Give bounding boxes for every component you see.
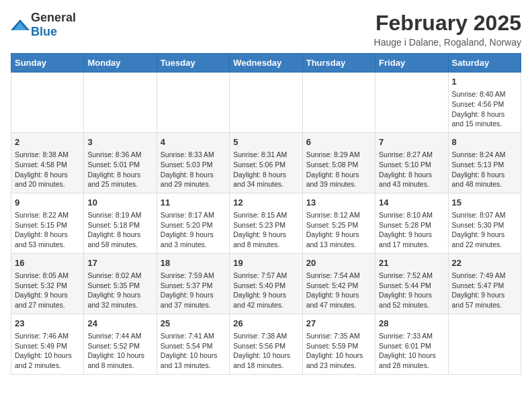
logo-general: General: [31, 11, 76, 24]
day-number: 20: [306, 257, 371, 269]
day-number: 17: [87, 257, 152, 269]
calendar-cell: 12Sunrise: 8:15 AMSunset: 5:23 PMDayligh…: [230, 193, 302, 253]
calendar-cell: [302, 73, 375, 133]
calendar-header: SundayMondayTuesdayWednesdayThursdayFrid…: [11, 54, 521, 73]
calendar-cell: 4Sunrise: 8:33 AMSunset: 5:03 PMDaylight…: [157, 132, 229, 193]
day-number: 24: [87, 318, 152, 330]
week-row-3: 16Sunrise: 8:05 AMSunset: 5:32 PMDayligh…: [11, 253, 521, 314]
calendar-cell: 25Sunrise: 7:41 AMSunset: 5:54 PMDayligh…: [157, 314, 229, 374]
calendar-cell: 27Sunrise: 7:35 AMSunset: 5:59 PMDayligh…: [302, 314, 375, 374]
day-number: 22: [452, 257, 517, 269]
calendar-cell: 6Sunrise: 8:29 AMSunset: 5:08 PMDaylight…: [302, 132, 375, 193]
calendar-cell: 9Sunrise: 8:22 AMSunset: 5:15 PMDaylight…: [11, 193, 84, 253]
day-number: 14: [379, 197, 444, 209]
calendar-cell: 18Sunrise: 7:59 AMSunset: 5:37 PMDayligh…: [157, 253, 229, 314]
calendar-cell: 28Sunrise: 7:33 AMSunset: 6:01 PMDayligh…: [375, 314, 448, 374]
calendar-cell: 2Sunrise: 8:38 AMSunset: 4:58 PMDaylight…: [11, 132, 84, 193]
subtitle: Hauge i Dalane, Rogaland, Norway: [374, 37, 521, 48]
day-number: 13: [306, 197, 371, 209]
day-number: 9: [15, 197, 80, 209]
header-cell-saturday: Saturday: [448, 54, 521, 73]
logo-text: General Blue: [31, 11, 76, 39]
day-number: 2: [15, 136, 80, 148]
day-number: 23: [15, 318, 80, 330]
calendar-cell: 24Sunrise: 7:44 AMSunset: 5:52 PMDayligh…: [84, 314, 157, 374]
logo-blue: Blue: [31, 25, 57, 38]
header: General Blue February 2025 Hauge i Dalan…: [11, 11, 521, 48]
day-number: 18: [161, 257, 226, 269]
logo: General Blue: [11, 11, 76, 39]
calendar-cell: 19Sunrise: 7:57 AMSunset: 5:40 PMDayligh…: [230, 253, 302, 314]
week-row-0: 1Sunrise: 8:40 AMSunset: 4:56 PMDaylight…: [11, 73, 521, 133]
calendar-table: SundayMondayTuesdayWednesdayThursdayFrid…: [11, 53, 521, 375]
calendar-body: 1Sunrise: 8:40 AMSunset: 4:56 PMDaylight…: [11, 73, 521, 375]
calendar-cell: 15Sunrise: 8:07 AMSunset: 5:30 PMDayligh…: [448, 193, 521, 253]
day-number: 19: [233, 257, 298, 269]
calendar-cell: 16Sunrise: 8:05 AMSunset: 5:32 PMDayligh…: [11, 253, 84, 314]
header-cell-thursday: Thursday: [302, 54, 375, 73]
calendar-cell: 10Sunrise: 8:19 AMSunset: 5:18 PMDayligh…: [84, 193, 157, 253]
day-number: 10: [87, 197, 152, 209]
calendar-cell: 20Sunrise: 7:54 AMSunset: 5:42 PMDayligh…: [302, 253, 375, 314]
day-number: 3: [87, 136, 152, 148]
header-cell-sunday: Sunday: [11, 54, 84, 73]
calendar-cell: 11Sunrise: 8:17 AMSunset: 5:20 PMDayligh…: [157, 193, 229, 253]
calendar-cell: 26Sunrise: 7:38 AMSunset: 5:56 PMDayligh…: [230, 314, 302, 374]
day-number: 28: [379, 318, 444, 330]
calendar-cell: [157, 73, 229, 133]
day-number: 1: [452, 76, 517, 88]
day-number: 21: [379, 257, 444, 269]
day-number: 5: [233, 136, 298, 148]
day-number: 16: [15, 257, 80, 269]
header-cell-monday: Monday: [84, 54, 157, 73]
day-number: 12: [233, 197, 298, 209]
calendar-cell: [230, 73, 302, 133]
day-number: 25: [161, 318, 226, 330]
logo-icon: [11, 18, 30, 32]
header-cell-friday: Friday: [375, 54, 448, 73]
header-cell-wednesday: Wednesday: [230, 54, 302, 73]
week-row-4: 23Sunrise: 7:46 AMSunset: 5:49 PMDayligh…: [11, 314, 521, 374]
calendar-cell: 5Sunrise: 8:31 AMSunset: 5:06 PMDaylight…: [230, 132, 302, 193]
calendar-cell: [375, 73, 448, 133]
day-number: 4: [161, 136, 226, 148]
calendar-cell: 17Sunrise: 8:02 AMSunset: 5:35 PMDayligh…: [84, 253, 157, 314]
week-row-2: 9Sunrise: 8:22 AMSunset: 5:15 PMDaylight…: [11, 193, 521, 253]
day-number: 27: [306, 318, 371, 330]
day-number: 15: [452, 197, 517, 209]
calendar-cell: 8Sunrise: 8:24 AMSunset: 5:13 PMDaylight…: [448, 132, 521, 193]
header-cell-tuesday: Tuesday: [157, 54, 229, 73]
title-area: February 2025 Hauge i Dalane, Rogaland, …: [374, 11, 521, 48]
calendar-cell: 23Sunrise: 7:46 AMSunset: 5:49 PMDayligh…: [11, 314, 84, 374]
calendar-cell: 1Sunrise: 8:40 AMSunset: 4:56 PMDaylight…: [448, 73, 521, 133]
day-number: 26: [233, 318, 298, 330]
calendar-cell: 3Sunrise: 8:36 AMSunset: 5:01 PMDaylight…: [84, 132, 157, 193]
main-title: February 2025: [374, 11, 521, 36]
calendar-cell: [84, 73, 157, 133]
calendar-cell: [11, 73, 84, 133]
day-number: 6: [306, 136, 371, 148]
calendar-cell: 7Sunrise: 8:27 AMSunset: 5:10 PMDaylight…: [375, 132, 448, 193]
calendar-cell: 13Sunrise: 8:12 AMSunset: 5:25 PMDayligh…: [302, 193, 375, 253]
day-number: 11: [161, 197, 226, 209]
calendar-cell: [448, 314, 521, 374]
calendar-cell: 21Sunrise: 7:52 AMSunset: 5:44 PMDayligh…: [375, 253, 448, 314]
day-number: 8: [452, 136, 517, 148]
header-row: SundayMondayTuesdayWednesdayThursdayFrid…: [11, 54, 521, 73]
day-number: 7: [379, 136, 444, 148]
week-row-1: 2Sunrise: 8:38 AMSunset: 4:58 PMDaylight…: [11, 132, 521, 193]
calendar-cell: 14Sunrise: 8:10 AMSunset: 5:28 PMDayligh…: [375, 193, 448, 253]
calendar-cell: 22Sunrise: 7:49 AMSunset: 5:47 PMDayligh…: [448, 253, 521, 314]
